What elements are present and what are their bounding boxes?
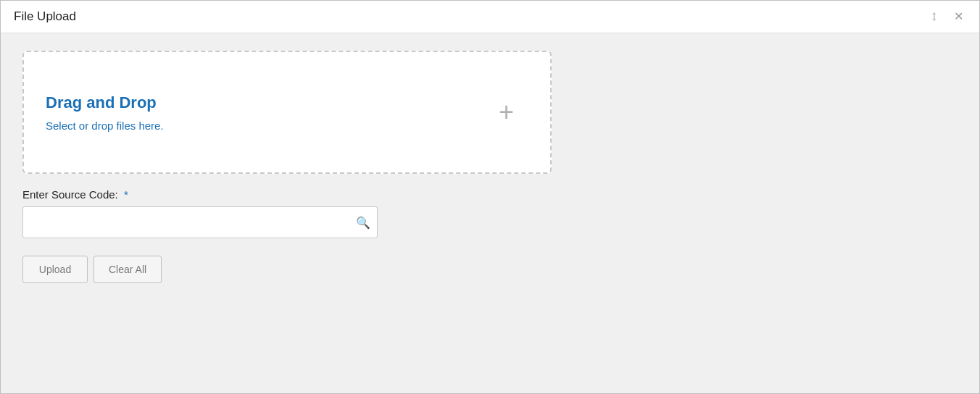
title-actions: ⤡ ✕ (927, 9, 966, 24)
close-icon: ✕ (954, 10, 963, 22)
source-code-section: Enter Source Code: * 🔍 (22, 188, 958, 238)
file-upload-dialog: File Upload ⤡ ✕ Drag and Drop Select or … (0, 0, 980, 394)
drop-zone[interactable]: Drag and Drop Select or drop files here.… (22, 51, 552, 174)
source-code-input-wrapper: 🔍 (22, 206, 378, 238)
required-indicator: * (124, 188, 128, 201)
title-bar: File Upload ⤡ ✕ (1, 1, 979, 33)
drop-zone-text: Drag and Drop Select or drop files here. (46, 93, 164, 132)
dialog-body: Drag and Drop Select or drop files here.… (1, 33, 979, 393)
maximize-button[interactable]: ⤡ (927, 9, 942, 24)
source-code-input[interactable] (22, 206, 378, 238)
source-code-label-text: Enter Source Code: (22, 188, 118, 201)
search-icon: 🔍 (356, 217, 370, 229)
close-button[interactable]: ✕ (951, 9, 966, 24)
search-button[interactable]: 🔍 (356, 216, 370, 229)
drag-drop-subtitle: Select or drop files here. (46, 120, 164, 132)
upload-button[interactable]: Upload (22, 256, 88, 283)
add-files-icon: + (499, 97, 514, 127)
footer-actions: Upload Clear All (22, 256, 958, 283)
drag-drop-title: Drag and Drop (46, 93, 164, 112)
clear-all-button[interactable]: Clear All (94, 256, 162, 283)
dialog-title: File Upload (14, 9, 76, 24)
source-code-label: Enter Source Code: * (22, 188, 958, 201)
maximize-icon: ⤡ (928, 9, 942, 24)
